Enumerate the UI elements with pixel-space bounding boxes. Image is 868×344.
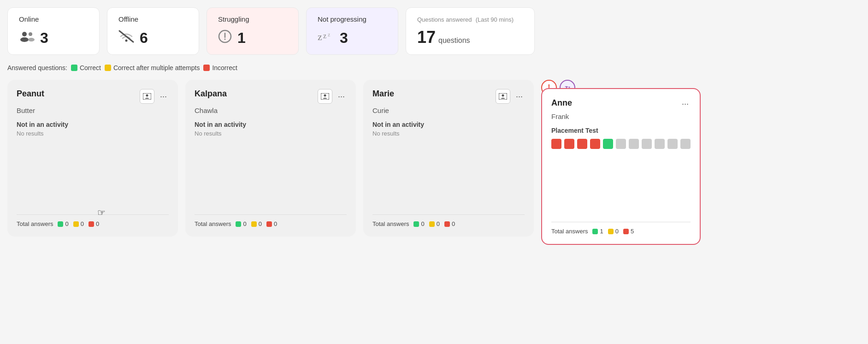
struggling-count: 1 [237,30,246,47]
answer-dot [629,139,639,149]
peanut-incorrect-count: 0 [89,220,99,227]
legend-correct: Correct [71,64,101,71]
anne-multi-num: 0 [615,228,619,235]
marie-lastname: Curie [372,107,525,114]
peanut-card-icons: ··· [140,89,169,104]
anne-multi-count: 0 [608,228,619,235]
questions-answered-card: Questions answered (Last 90 mins) 17 que… [406,7,535,55]
kalpana-incorrect-dot [266,221,272,227]
peanut-results: No results [17,130,169,137]
kalpana-lastname: Chawla [195,107,347,114]
marie-card-icons: ··· [496,89,525,104]
qa-subtitle: (Last 90 mins) [476,16,514,23]
answer-dot [590,139,600,149]
kalpana-multi-dot [251,221,257,227]
marie-correct-dot [413,221,419,227]
anne-incorrect-dot [623,229,629,234]
marie-name: Marie [372,89,394,99]
anne-menu-btn[interactable]: ··· [680,98,691,110]
multi-dot [105,65,111,71]
peanut-footer: Total answers 0 0 0 [17,214,169,227]
peanut-incorrect-num: 0 [96,220,99,227]
peanut-correct-count: 0 [58,220,68,227]
total-answers-label-peanut: Total answers [17,220,53,227]
peanut-lastname: Butter [17,107,169,114]
online-label: Online [19,15,88,23]
peanut-incorrect-dot [89,221,94,227]
qa-title: Questions answered (Last 90 mins) [417,15,523,23]
kalpana-correct-count: 0 [236,220,246,227]
anne-answer-dots [551,139,691,149]
anne-multi-dot [608,229,614,234]
kalpana-card-icons: ··· [318,89,347,104]
peanut-profile-btn[interactable] [140,89,154,104]
marie-incorrect-count: 0 [444,220,455,227]
marie-profile-btn[interactable] [496,89,510,104]
correct-label: Correct [80,64,101,71]
anne-card-icons: ··· [680,98,691,110]
svg-point-17 [502,95,504,97]
answer-dot [603,139,613,149]
offline-value: 6 [118,30,188,47]
kalpana-name: Kalpana [195,89,227,99]
peanut-multi-num: 0 [81,220,84,227]
anne-incorrect-count: 5 [623,228,634,235]
svg-point-1 [20,37,29,42]
online-count: 3 [40,30,48,47]
marie-menu-btn[interactable]: ··· [514,91,525,102]
peanut-menu-btn[interactable]: ··· [158,91,169,102]
anne-incorrect-num: 5 [631,228,634,235]
peanut-activity: Not in an activity [17,121,169,128]
kalpana-activity: Not in an activity [195,121,347,128]
total-answers-label-anne: Total answers [551,228,588,235]
svg-point-13 [146,95,148,97]
svg-point-8 [224,39,226,40]
card-header-marie: Marie ··· [372,89,525,104]
anne-activity: Placement Test [551,127,691,134]
marie-footer: Total answers 0 0 0 [372,214,525,227]
kalpana-multi-num: 0 [259,220,262,227]
struggling-label: Struggling [218,15,287,23]
legend-row: Answered questions: Correct Correct afte… [7,64,861,71]
kalpana-incorrect-count: 0 [266,220,277,227]
incorrect-dot [203,65,210,71]
incorrect-label: Incorrect [212,64,237,71]
student-card-kalpana: Kalpana ··· Chawla Not in an activity No… [185,80,356,237]
wifi-off-icon [118,30,134,46]
anne-wrapper: ! zz Anne ··· Frank Placement Test Total… [541,88,701,245]
peanut-correct-num: 0 [65,220,68,227]
answer-dot [667,139,678,149]
not-progressing-value: z z z 3 [318,30,387,47]
anne-correct-num: 1 [600,228,603,235]
peanut-name: Peanut [17,89,44,99]
marie-results: No results [372,130,525,137]
marie-multi-count: 0 [429,220,440,227]
cursor-hand: ☞ [97,207,106,218]
stat-card-online: Online 3 [7,7,100,55]
anne-correct-dot [592,229,598,234]
stat-card-struggling: Struggling 1 [207,7,299,55]
kalpana-profile-btn[interactable] [318,89,332,104]
marie-activity: Not in an activity [372,121,525,128]
anne-footer: Total answers 1 0 5 [551,222,691,235]
not-progressing-label: Not progressing [318,15,387,23]
kalpana-menu-btn[interactable]: ··· [336,91,347,102]
answer-dot [577,139,587,149]
stat-card-not-progressing: Not progressing z z z 3 [306,7,398,55]
kalpana-correct-dot [236,221,241,227]
correct-dot [71,65,77,71]
marie-incorrect-num: 0 [452,220,455,227]
marie-correct-num: 0 [421,220,424,227]
kalpana-results: No results [195,130,347,137]
qa-count: 17 [417,28,436,47]
not-progressing-count: 3 [340,30,348,47]
svg-text:z: z [323,32,326,40]
marie-multi-num: 0 [437,220,440,227]
sleep-icon: z z z [318,30,334,46]
kalpana-multi-count: 0 [251,220,262,227]
online-value: 3 [19,30,88,47]
peanut-correct-dot [58,221,63,227]
svg-point-0 [22,32,27,36]
peanut-multi-count: 0 [73,220,84,227]
peanut-multi-dot [73,221,79,227]
